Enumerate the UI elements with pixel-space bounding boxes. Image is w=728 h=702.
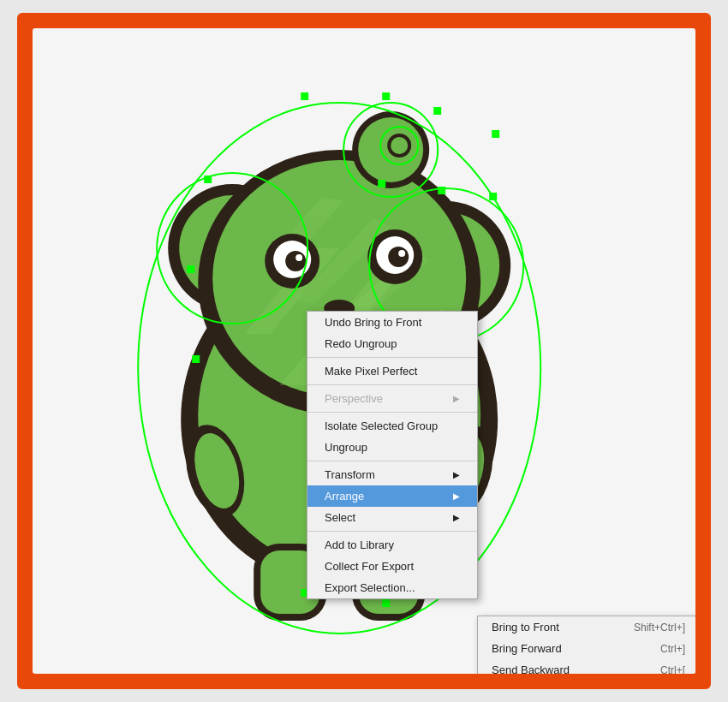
submenu-item-bring-forward[interactable]: Bring Forward Ctrl+] <box>478 638 695 659</box>
svg-point-11 <box>391 137 408 154</box>
menu-item-make-pixel-perfect[interactable]: Make Pixel Perfect <box>307 360 477 382</box>
svg-rect-41 <box>192 355 200 363</box>
canvas-area: Undo Bring to Front Redo Ungroup Make Pi… <box>33 28 695 674</box>
menu-item-export-selection[interactable]: Export Selection... <box>307 577 477 598</box>
svg-point-24 <box>388 247 409 267</box>
separator-1 <box>307 357 477 358</box>
svg-rect-37 <box>433 107 441 115</box>
svg-rect-47 <box>378 180 385 187</box>
svg-point-20 <box>285 251 306 271</box>
menu-item-perspective[interactable]: Perspective <box>307 388 477 409</box>
separator-5 <box>307 531 477 532</box>
svg-rect-35 <box>301 92 308 100</box>
arrange-submenu: Bring to Front Shift+Ctrl+] Bring Forwar… <box>477 616 695 674</box>
svg-point-25 <box>398 250 405 257</box>
svg-point-21 <box>295 254 302 261</box>
context-menu: Undo Bring to Front Redo Ungroup Make Pi… <box>307 311 478 599</box>
menu-item-arrange[interactable]: Arrange Bring to Front Shift+Ctrl+] Brin… <box>307 485 477 507</box>
svg-rect-38 <box>492 130 499 138</box>
menu-item-add-to-library[interactable]: Add to Library <box>307 534 477 556</box>
separator-2 <box>307 384 477 385</box>
menu-item-isolate-selected-group[interactable]: Isolate Selected Group <box>307 415 477 437</box>
menu-item-transform[interactable]: Transform <box>307 464 477 485</box>
separator-3 <box>307 412 477 413</box>
submenu-item-bring-to-front[interactable]: Bring to Front Shift+Ctrl+] <box>478 616 695 638</box>
menu-item-undo-bring-to-front[interactable]: Undo Bring to Front <box>307 312 477 333</box>
submenu-item-send-backward[interactable]: Send Backward Ctrl+[ <box>478 659 695 674</box>
menu-item-select[interactable]: Select <box>307 507 477 528</box>
menu-item-collect-for-export[interactable]: Collect For Export <box>307 556 477 577</box>
outer-frame: Undo Bring to Front Redo Ungroup Make Pi… <box>17 13 711 689</box>
svg-rect-40 <box>187 265 194 273</box>
svg-rect-46 <box>382 599 390 607</box>
separator-4 <box>307 461 477 461</box>
menu-item-redo-ungroup[interactable]: Redo Ungroup <box>307 333 477 354</box>
menu-item-ungroup[interactable]: Ungroup <box>307 437 477 458</box>
svg-rect-36 <box>382 92 390 100</box>
